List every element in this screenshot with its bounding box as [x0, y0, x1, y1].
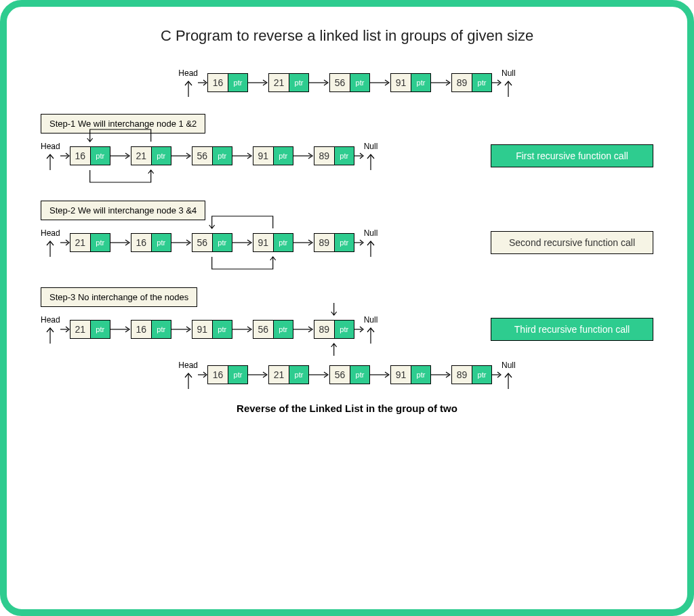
node-value: 91: [253, 234, 274, 251]
node-value: 89: [452, 74, 472, 91]
node-value: 89: [452, 366, 472, 384]
step-2-linked-list: Head21ptr16ptr56ptr91ptr89ptrNull: [41, 228, 377, 257]
node-value: 16: [131, 234, 152, 251]
node-ptr: ptr: [274, 321, 293, 338]
node-ptr: ptr: [289, 74, 308, 91]
step-1-linked-list: Head16ptr21ptr56ptr91ptr89ptrNull: [41, 142, 377, 170]
node-value: 56: [192, 147, 213, 165]
list-node: 56ptr: [329, 73, 370, 92]
next-pointer-arrow: [232, 152, 253, 160]
next-pointer-arrow: [370, 79, 390, 87]
head-pointer-arrow: [198, 79, 207, 87]
list-node: 16ptr: [70, 146, 110, 165]
node-value: 56: [330, 366, 350, 384]
node-value: 89: [314, 321, 335, 338]
next-pointer-arrow: [431, 371, 451, 379]
list-node: 91ptr: [390, 73, 431, 92]
node-ptr: ptr: [274, 234, 293, 251]
null-label: Null: [364, 228, 378, 257]
list-node: 89ptr: [314, 146, 354, 165]
list-node: 16ptr: [207, 365, 248, 384]
list-node: 89ptr: [314, 320, 354, 339]
next-pointer-arrow: [309, 371, 329, 379]
node-value: 91: [391, 74, 411, 91]
list-node: 56ptr: [329, 365, 370, 384]
next-pointer-arrow: [370, 371, 390, 379]
callout-2: Second recursive function call: [491, 231, 653, 254]
node-ptr: ptr: [472, 366, 491, 384]
list-node: 21ptr: [131, 146, 171, 165]
next-pointer-arrow: [309, 79, 329, 87]
node-ptr: ptr: [411, 74, 430, 91]
next-pointer-arrow: [431, 79, 451, 87]
next-pointer-arrow: [171, 325, 192, 333]
null-pointer-arrow: [492, 371, 502, 379]
next-pointer-arrow: [248, 79, 268, 87]
node-value: 21: [131, 147, 152, 165]
list-node: 56ptr: [192, 146, 232, 165]
step-2-label: Step-2 We will interchange node 3 &4: [41, 201, 205, 220]
null-pointer-arrow: [354, 239, 364, 247]
node-value: 89: [314, 147, 335, 165]
next-pointer-arrow: [110, 152, 131, 160]
null-label: Null: [502, 361, 516, 389]
page-title: C Program to reverse a linked list in gr…: [41, 27, 653, 45]
list-node: 56ptr: [192, 233, 232, 252]
node-value: 91: [192, 321, 213, 338]
head-pointer-arrow: [198, 371, 207, 379]
node-value: 21: [269, 366, 289, 384]
head-pointer-arrow: [60, 239, 70, 247]
next-pointer-arrow: [171, 152, 192, 160]
node-ptr: ptr: [335, 234, 354, 251]
node-ptr: ptr: [411, 366, 430, 384]
head-pointer-arrow: [60, 152, 70, 160]
node-ptr: ptr: [213, 234, 232, 251]
next-pointer-arrow: [110, 325, 131, 333]
node-ptr: ptr: [91, 234, 110, 251]
callout-1: First recursive function call: [491, 144, 653, 167]
list-node: 91ptr: [253, 233, 293, 252]
node-value: 91: [391, 366, 411, 384]
node-ptr: ptr: [350, 366, 369, 384]
list-node: 16ptr: [131, 233, 171, 252]
step-3-label: Step-3 No interchange of the nodes: [41, 287, 197, 307]
node-value: 21: [269, 74, 289, 91]
list-node: 16ptr: [131, 320, 171, 339]
list-node: 21ptr: [70, 233, 110, 252]
null-label: Null: [502, 68, 516, 97]
callout-3: Third recursive function call: [491, 318, 653, 341]
null-pointer-arrow: [492, 79, 502, 87]
null-label: Null: [364, 315, 378, 344]
next-pointer-arrow: [232, 239, 253, 247]
null-pointer-arrow: [354, 325, 364, 333]
node-value: 56: [192, 234, 213, 251]
node-value: 91: [253, 147, 274, 165]
list-node: 89ptr: [451, 73, 492, 92]
list-node: 91ptr: [192, 320, 232, 339]
null-pointer-arrow: [354, 152, 364, 160]
head-label: Head: [41, 142, 60, 170]
node-ptr: ptr: [335, 321, 354, 338]
list-node: 91ptr: [253, 146, 293, 165]
node-ptr: ptr: [274, 147, 293, 165]
next-pointer-arrow: [293, 325, 314, 333]
node-ptr: ptr: [213, 321, 232, 338]
step-1-label: Step-1 We will interchange node 1 &2: [41, 114, 205, 134]
node-value: 21: [70, 234, 91, 251]
head-pointer-arrow: [60, 325, 70, 333]
node-ptr: ptr: [289, 366, 308, 384]
node-ptr: ptr: [152, 234, 171, 251]
next-pointer-arrow: [110, 239, 131, 247]
node-ptr: ptr: [335, 147, 354, 165]
null-label: Null: [364, 142, 378, 170]
node-value: 16: [70, 147, 91, 165]
list-node: 21ptr: [268, 365, 309, 384]
next-pointer-arrow: [248, 371, 268, 379]
head-label: Head: [41, 228, 60, 257]
node-ptr: ptr: [228, 74, 247, 91]
head-label: Head: [41, 315, 60, 344]
node-ptr: ptr: [152, 147, 171, 165]
head-label: Head: [178, 68, 198, 97]
node-value: 16: [208, 366, 228, 384]
initial-linked-list: Head16ptr21ptr56ptr91ptr89ptrNull: [178, 68, 515, 97]
